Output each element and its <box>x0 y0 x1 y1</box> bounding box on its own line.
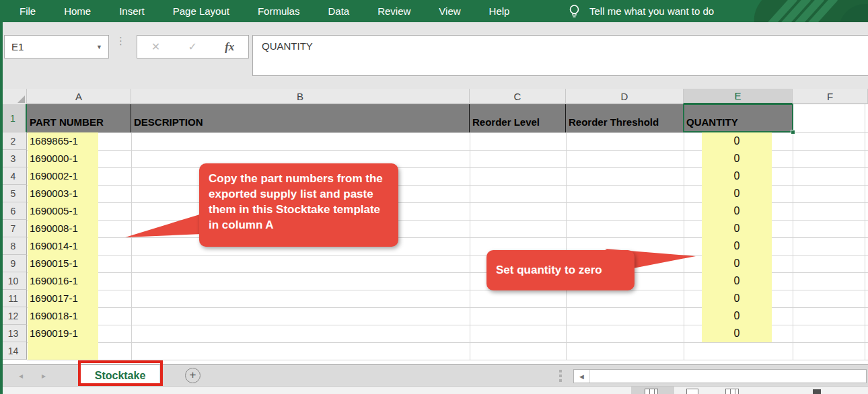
ribbon-tab-formulas[interactable]: Formulas <box>244 5 314 17</box>
status-bar <box>0 386 868 394</box>
column-header-a[interactable]: A <box>27 89 131 104</box>
column-header-b[interactable]: B <box>131 89 470 104</box>
tell-me-label: Tell me what you want to do <box>589 5 714 17</box>
enter-formula-icon[interactable]: ✓ <box>188 40 196 53</box>
cell-a12[interactable]: 1690018-1 <box>30 307 78 325</box>
row-header-11[interactable]: 11 <box>0 290 27 307</box>
ribbon-tab-view[interactable]: View <box>425 5 474 17</box>
name-box-dropdown-icon[interactable]: ▼ <box>96 44 102 50</box>
row-header-13[interactable]: 13 <box>0 325 27 342</box>
tell-me-box[interactable]: Tell me what you want to do <box>569 0 714 22</box>
column-header-f[interactable]: F <box>793 89 868 104</box>
cancel-formula-icon[interactable]: ✕ <box>151 40 160 53</box>
gridline <box>566 132 567 360</box>
ribbon-tab-insert[interactable]: Insert <box>105 5 159 17</box>
cell-a1[interactable]: PART NUMBER <box>27 104 131 132</box>
cell-e12[interactable]: 0 <box>702 307 772 325</box>
callout-tail-left <box>122 212 203 241</box>
gridline <box>684 132 684 360</box>
select-all-triangle-icon <box>17 95 25 103</box>
formula-input[interactable]: QUANTITY <box>252 35 868 76</box>
formula-bar-resize-handle[interactable]: ⋮ <box>116 38 121 44</box>
name-box-value: E1 <box>11 41 24 52</box>
cell-b1[interactable]: DESCRIPTION <box>131 104 470 132</box>
ribbon: FileHomeInsertPage LayoutFormulasDataRev… <box>0 0 868 22</box>
next-sheet-icon[interactable]: ▸ <box>42 365 46 387</box>
row-header-14[interactable]: 14 <box>0 342 27 360</box>
cell-a4[interactable]: 1690002-1 <box>30 167 78 185</box>
insert-function-icon[interactable]: fx <box>225 40 234 54</box>
row-header-8[interactable]: 8 <box>0 237 27 255</box>
cell-a5[interactable]: 1690003-1 <box>30 185 78 202</box>
cell-a7[interactable]: 1690008-1 <box>30 220 78 237</box>
cell-a8[interactable]: 1690014-1 <box>30 237 78 255</box>
row-header-2[interactable]: 2 <box>0 132 27 150</box>
ribbon-tab-review[interactable]: Review <box>363 5 425 17</box>
column-header-c[interactable]: C <box>470 89 566 104</box>
select-all-corner[interactable] <box>0 89 27 104</box>
ribbon-tab-file[interactable]: File <box>5 5 50 17</box>
cell-e11[interactable]: 0 <box>702 290 772 307</box>
cell-a6[interactable]: 1690005-1 <box>30 202 78 220</box>
cell-e10[interactable]: 0 <box>702 272 772 290</box>
row-header-12[interactable]: 12 <box>0 307 27 325</box>
prev-sheet-icon[interactable]: ◂ <box>19 365 23 387</box>
cell-e9[interactable]: 0 <box>702 255 772 272</box>
cell-a11[interactable]: 1690017-1 <box>30 290 78 307</box>
row-header-1[interactable]: 1 <box>0 104 27 132</box>
ribbon-tab-data[interactable]: Data <box>314 5 363 17</box>
column-header-e[interactable]: E <box>684 89 793 104</box>
cell-e5[interactable]: 0 <box>702 185 772 202</box>
cell-e4[interactable]: 0 <box>702 167 772 185</box>
table-header-row: PART NUMBER DESCRIPTION Reorder Level Re… <box>27 104 793 132</box>
row-header-10[interactable]: 10 <box>0 272 27 290</box>
row-header-5[interactable]: 5 <box>0 185 27 202</box>
callout-set-quantity[interactable]: Set quantity to zero <box>486 250 635 290</box>
page-break-view-icon[interactable] <box>725 389 739 394</box>
name-box[interactable]: E1 ▼ <box>4 35 109 58</box>
column-header-d[interactable]: D <box>566 89 684 104</box>
selection-border <box>683 104 793 132</box>
row-header-7[interactable]: 7 <box>0 220 27 237</box>
cell-e7[interactable]: 0 <box>702 220 772 237</box>
cell-a13[interactable]: 1690019-1 <box>30 325 78 342</box>
column-header-row: A B C D E F <box>0 89 868 104</box>
row-header-9[interactable]: 9 <box>0 255 27 272</box>
window-border <box>0 22 3 394</box>
cell-e13[interactable]: 0 <box>702 325 772 342</box>
cell-e2[interactable]: 0 <box>702 132 772 150</box>
row-header-3[interactable]: 3 <box>0 150 27 167</box>
cell-a3[interactable]: 1690000-1 <box>30 150 78 167</box>
ribbon-tab-page-layout[interactable]: Page Layout <box>159 5 244 17</box>
horizontal-scrollbar[interactable]: ◄ <box>573 369 867 383</box>
cell-a10[interactable]: 1690016-1 <box>30 272 78 290</box>
normal-view-icon <box>645 389 658 394</box>
row-header-6[interactable]: 6 <box>0 202 27 220</box>
cell-e6[interactable]: 0 <box>702 202 772 220</box>
ribbon-tab-list: FileHomeInsertPage LayoutFormulasDataRev… <box>5 0 523 22</box>
gridline <box>131 132 132 360</box>
gridline <box>470 132 470 360</box>
cell-e8[interactable]: 0 <box>702 237 772 255</box>
ribbon-tab-help[interactable]: Help <box>475 5 524 17</box>
gridline <box>793 132 793 360</box>
annotation-rectangle-stocktake[interactable] <box>78 360 163 386</box>
gridline <box>27 342 868 343</box>
fill-handle[interactable] <box>791 130 795 134</box>
cell-a2[interactable]: 1689865-1 <box>30 132 78 150</box>
add-sheet-button[interactable]: + <box>185 368 201 383</box>
cell-c1[interactable]: Reorder Level <box>470 104 566 132</box>
cell-d1[interactable]: Reorder Threshold <box>566 104 684 132</box>
cell-e3[interactable]: 0 <box>702 150 772 167</box>
row-header-4[interactable]: 4 <box>0 167 27 185</box>
lightbulb-icon <box>569 4 580 19</box>
callout-copy-part-numbers[interactable]: Copy the part numbers from the exported … <box>199 163 398 247</box>
scrollbar-resize-handle[interactable] <box>559 370 563 382</box>
ribbon-tab-home[interactable]: Home <box>50 5 105 17</box>
cell-a9[interactable]: 1690015-1 <box>30 255 78 272</box>
zoom-control-icon[interactable] <box>813 389 821 394</box>
gridline <box>865 104 865 360</box>
page-layout-view-icon[interactable] <box>686 389 698 394</box>
scroll-left-icon[interactable]: ◄ <box>574 370 590 383</box>
formula-buttons: ✕ ✓ fx <box>137 35 249 58</box>
